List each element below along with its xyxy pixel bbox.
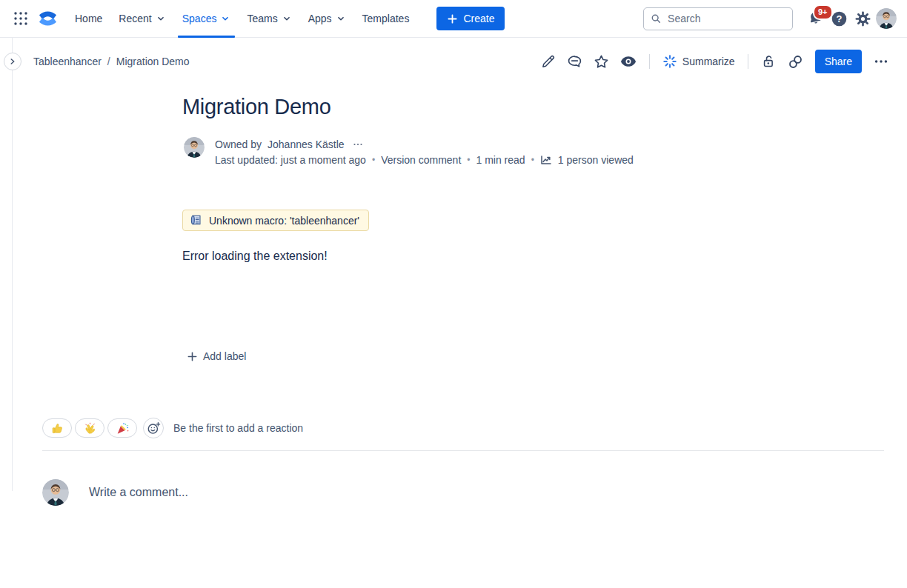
expand-sidebar-button[interactable] bbox=[4, 53, 21, 70]
top-navigation-bar: Home Recent Spaces Teams Apps Templates … bbox=[0, 0, 907, 38]
page-title: Migration Demo bbox=[182, 95, 331, 119]
edit-button[interactable] bbox=[537, 50, 559, 73]
nav-item-templates[interactable]: Templates bbox=[354, 0, 418, 38]
thumbs-up-icon bbox=[51, 422, 64, 435]
search-input[interactable] bbox=[666, 12, 785, 25]
breadcrumb: Tableenhancer / Migration Demo bbox=[33, 56, 190, 67]
party-popper-icon bbox=[116, 422, 129, 435]
meta-separator: • bbox=[467, 153, 470, 167]
app-grid-icon bbox=[13, 11, 28, 26]
add-reaction-button[interactable] bbox=[143, 418, 164, 438]
owner-avatar[interactable] bbox=[184, 137, 205, 158]
breadcrumb-space-link[interactable]: Tableenhancer bbox=[33, 56, 102, 67]
owner-name-link[interactable]: Johannes Kästle bbox=[268, 137, 345, 152]
unknown-macro-placeholder[interactable]: Unknown macro: 'tableenhancer' bbox=[182, 210, 369, 231]
analytics-chart-icon bbox=[540, 154, 552, 166]
watch-button[interactable] bbox=[617, 50, 639, 73]
current-user-avatar bbox=[42, 479, 69, 506]
nav-item-label: Recent bbox=[119, 13, 151, 24]
copy-link-button[interactable] bbox=[785, 50, 807, 73]
link-icon bbox=[787, 53, 804, 70]
breadcrumb-separator: / bbox=[107, 56, 110, 67]
toolbar-divider bbox=[649, 54, 650, 69]
comment-editor-collapsed[interactable]: Write a comment... bbox=[42, 479, 188, 506]
page-actions-toolbar: Summarize Share bbox=[537, 49, 892, 74]
chevron-down-icon bbox=[336, 13, 346, 24]
nav-item-spaces[interactable]: Spaces bbox=[174, 0, 239, 38]
chevron-down-icon bbox=[282, 13, 292, 24]
byline-more-button[interactable] bbox=[350, 138, 365, 150]
question-mark-icon: ? bbox=[831, 10, 848, 27]
macro-warning-text: Unknown macro: 'tableenhancer' bbox=[209, 215, 359, 227]
summarize-button[interactable]: Summarize bbox=[660, 54, 738, 69]
nav-item-label: Apps bbox=[308, 13, 332, 24]
byline-text: Owned by Johannes Kästle Last updated: j… bbox=[215, 137, 634, 167]
summarize-label: Summarize bbox=[682, 56, 735, 67]
eye-icon bbox=[619, 53, 637, 70]
comment-placeholder-text: Write a comment... bbox=[89, 486, 188, 499]
search-box[interactable] bbox=[643, 7, 793, 30]
favourite-button[interactable] bbox=[591, 50, 613, 73]
content-footer-divider bbox=[42, 450, 884, 451]
reaction-thumbs-up-button[interactable] bbox=[42, 418, 72, 438]
add-label-text: Add label bbox=[203, 350, 246, 362]
confluence-logo-icon bbox=[38, 10, 58, 27]
ai-sparkle-icon bbox=[662, 54, 677, 69]
nav-item-home[interactable]: Home bbox=[67, 0, 110, 38]
nav-item-teams[interactable]: Teams bbox=[239, 0, 299, 38]
add-label-button[interactable]: Add label bbox=[182, 350, 250, 363]
extension-error-text: Error loading the extension! bbox=[182, 250, 328, 263]
meta-separator: • bbox=[531, 153, 534, 167]
owned-by-prefix: Owned by bbox=[215, 137, 262, 152]
gear-icon bbox=[854, 10, 871, 27]
share-button[interactable]: Share bbox=[815, 50, 862, 73]
read-time-text: 1 min read bbox=[476, 153, 525, 167]
confluence-logo[interactable] bbox=[36, 7, 59, 30]
search-icon bbox=[651, 13, 661, 24]
last-updated-text[interactable]: Last updated: just a moment ago bbox=[215, 153, 366, 167]
comments-button[interactable] bbox=[564, 50, 586, 73]
user-avatar bbox=[876, 8, 897, 29]
unlock-icon bbox=[761, 53, 777, 70]
help-button[interactable]: ? bbox=[827, 7, 851, 30]
app-switcher-button[interactable] bbox=[9, 7, 33, 30]
viewers-link[interactable]: 1 person viewed bbox=[558, 153, 634, 167]
plus-icon bbox=[187, 351, 198, 362]
reactions-bar: Be the first to add a reaction bbox=[42, 418, 303, 438]
create-button-label: Create bbox=[463, 13, 494, 24]
chevron-down-icon bbox=[220, 13, 230, 24]
notifications-button[interactable]: 9+ bbox=[803, 7, 827, 30]
nav-item-label: Spaces bbox=[182, 13, 217, 24]
restrictions-button[interactable] bbox=[758, 50, 780, 73]
breadcrumb-page-link[interactable]: Migration Demo bbox=[116, 56, 190, 67]
meta-separator: • bbox=[372, 153, 375, 167]
version-comment-link[interactable]: Version comment bbox=[381, 153, 461, 167]
ellipsis-icon bbox=[352, 138, 364, 150]
nav-item-label: Templates bbox=[362, 13, 410, 24]
reaction-prompt-text: Be the first to add a reaction bbox=[173, 422, 303, 434]
ellipsis-icon bbox=[873, 53, 889, 70]
pencil-icon bbox=[540, 53, 557, 70]
toolbar-divider bbox=[748, 54, 748, 69]
collapsed-sidebar-divider bbox=[12, 38, 13, 491]
comment-bubble-icon bbox=[566, 53, 583, 70]
chevron-down-icon bbox=[156, 13, 166, 24]
nav-item-apps[interactable]: Apps bbox=[300, 0, 354, 38]
reaction-party-popper-button[interactable] bbox=[107, 418, 137, 438]
add-emoji-icon bbox=[147, 421, 161, 435]
more-actions-button[interactable] bbox=[870, 50, 892, 73]
plus-icon bbox=[447, 13, 458, 24]
byline: Owned by Johannes Kästle Last updated: j… bbox=[184, 137, 634, 167]
star-icon bbox=[593, 53, 610, 70]
chevron-right-icon bbox=[7, 56, 18, 67]
nav-item-recent[interactable]: Recent bbox=[110, 0, 173, 38]
clapping-hands-icon bbox=[84, 422, 96, 435]
create-button[interactable]: Create bbox=[436, 7, 505, 30]
settings-button[interactable] bbox=[851, 7, 874, 30]
share-button-label: Share bbox=[825, 56, 852, 67]
reaction-clap-button[interactable] bbox=[75, 418, 104, 438]
profile-button[interactable] bbox=[874, 7, 898, 30]
macro-scroll-icon bbox=[190, 214, 202, 227]
nav-item-label: Home bbox=[75, 13, 102, 24]
page-content: Migration Demo Owned by Johannes Kästle … bbox=[182, 95, 731, 406]
